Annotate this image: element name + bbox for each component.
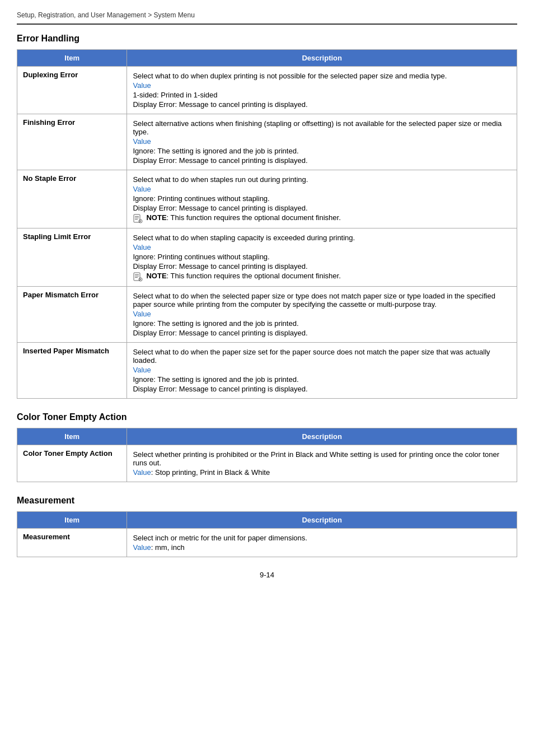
- svg-rect-1: [135, 216, 139, 217]
- divider: [17, 24, 517, 25]
- desc-text: Ignore: Printing continues without stapl…: [133, 194, 511, 203]
- item-cell: Measurement: [17, 529, 127, 557]
- section-title-error-handling: Error Handling: [17, 34, 517, 44]
- desc-text: Select what to do when duplex printing i…: [133, 72, 511, 80]
- column-header-description: Description: [127, 512, 517, 529]
- svg-rect-3: [135, 219, 138, 220]
- desc-text: Select what to do when stapling capacity…: [133, 234, 511, 242]
- desc-text: Ignore: The setting is ignored and the j…: [133, 319, 511, 328]
- value-label: Value: [133, 243, 151, 251]
- column-header-item: Item: [17, 50, 127, 67]
- breadcrumb: Setup, Registration, and User Management…: [17, 11, 517, 19]
- description-cell: Select whether printing is prohibited or…: [127, 445, 517, 482]
- note-text: NOTE: This function requires the optiona…: [146, 272, 340, 280]
- svg-rect-7: [135, 274, 139, 275]
- value-label: Value: [133, 310, 151, 318]
- desc-text: Display Error: Message to cancel printin…: [133, 100, 511, 109]
- svg-rect-9: [135, 277, 138, 278]
- table-row: MeasurementSelect inch or metric for the…: [17, 529, 517, 557]
- column-header-description: Description: [127, 428, 517, 445]
- note-row: NOTE: This function requires the optiona…: [133, 272, 511, 282]
- desc-text: Ignore: The setting is ignored and the j…: [133, 375, 511, 384]
- table-row: Color Toner Empty ActionSelect whether p…: [17, 445, 517, 482]
- desc-text: Select what to do when staples run out d…: [133, 175, 511, 184]
- description-cell: Select what to do when the paper size se…: [127, 343, 517, 399]
- table-measurement: ItemDescriptionMeasurementSelect inch or…: [17, 511, 517, 557]
- item-cell: Stapling Limit Error: [17, 228, 127, 287]
- table-row: Paper Mismatch ErrorSelect what to do wh…: [17, 287, 517, 343]
- desc-text: Ignore: The setting is ignored and the j…: [133, 147, 511, 155]
- description-cell: Select what to do when stapling capacity…: [127, 228, 517, 287]
- note-row: NOTE: This function requires the optiona…: [133, 213, 511, 224]
- table-row: Finishing ErrorSelect alternative action…: [17, 114, 517, 170]
- item-cell: Duplexing Error: [17, 67, 127, 114]
- desc-text: Select whether printing is prohibited or…: [133, 450, 511, 467]
- desc-text: Select what to do when the selected pape…: [133, 292, 511, 309]
- description-cell: Select what to do when duplex printing i…: [127, 67, 517, 114]
- table-row: Duplexing ErrorSelect what to do when du…: [17, 67, 517, 114]
- value-label: Value: [133, 81, 151, 90]
- svg-rect-2: [135, 218, 139, 218]
- svg-point-11: [140, 279, 141, 280]
- table-error-handling: ItemDescriptionDuplexing ErrorSelect wha…: [17, 49, 517, 399]
- section-title-color-toner: Color Toner Empty Action: [17, 412, 517, 422]
- desc-text: Display Error: Message to cancel printin…: [133, 156, 511, 165]
- svg-rect-8: [135, 276, 139, 277]
- desc-text: Display Error: Message to cancel printin…: [133, 329, 511, 337]
- desc-text: Display Error: Message to cancel printin…: [133, 262, 511, 270]
- description-cell: Select what to do when the selected pape…: [127, 287, 517, 343]
- table-color-toner: ItemDescriptionColor Toner Empty ActionS…: [17, 428, 517, 482]
- table-row: No Staple ErrorSelect what to do when st…: [17, 170, 517, 228]
- item-cell: Finishing Error: [17, 114, 127, 170]
- desc-text: Select alternative actions when finishin…: [133, 119, 511, 136]
- item-cell: No Staple Error: [17, 170, 127, 228]
- item-cell: Inserted Paper Mismatch: [17, 343, 127, 399]
- column-header-item: Item: [17, 512, 127, 529]
- column-header-description: Description: [127, 50, 517, 67]
- page-number: 9-14: [17, 571, 517, 579]
- description-cell: Select what to do when staples run out d…: [127, 170, 517, 228]
- item-cell: Paper Mismatch Error: [17, 287, 127, 343]
- note-text: NOTE: This function requires the optiona…: [146, 213, 340, 222]
- desc-text: Display Error: Message to cancel printin…: [133, 385, 511, 393]
- description-cell: Select inch or metric for the unit for p…: [127, 529, 517, 557]
- value-label: Value: [133, 185, 151, 193]
- desc-text: 1-sided: Printed in 1-sided: [133, 91, 511, 99]
- desc-text: Select inch or metric for the unit for p…: [133, 534, 511, 542]
- column-header-item: Item: [17, 428, 127, 445]
- value-label: Value: [133, 137, 151, 146]
- value-label: Value: [133, 468, 151, 477]
- table-row: Stapling Limit ErrorSelect what to do wh…: [17, 228, 517, 287]
- description-cell: Select alternative actions when finishin…: [127, 114, 517, 170]
- svg-point-5: [140, 221, 141, 222]
- table-row: Inserted Paper MismatchSelect what to do…: [17, 343, 517, 399]
- value-label: Value: [133, 366, 151, 374]
- desc-text: Select what to do when the paper size se…: [133, 348, 511, 365]
- note-icon: [133, 272, 143, 282]
- desc-text: Display Error: Message to cancel printin…: [133, 204, 511, 212]
- desc-text: Ignore: Printing continues without stapl…: [133, 253, 511, 261]
- value-label: Value: [133, 543, 151, 552]
- section-title-measurement: Measurement: [17, 496, 517, 506]
- item-cell: Color Toner Empty Action: [17, 445, 127, 482]
- note-icon: [133, 214, 143, 224]
